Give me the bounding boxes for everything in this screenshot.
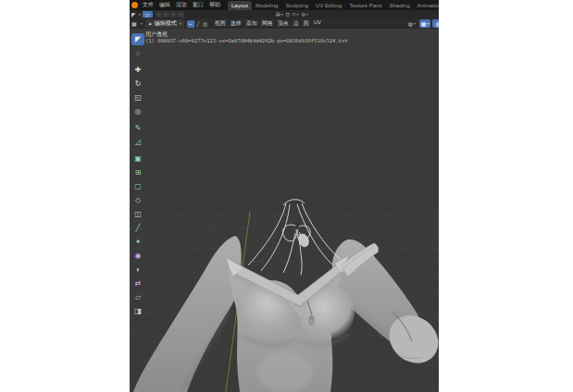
topbar: 文件编辑渲染窗口帮助 LayoutModelingSculptingUV Edi… [130,0,439,10]
tool-knife-button[interactable]: ╱ [131,222,144,234]
viewport-menu-视图[interactable]: 视图 [215,19,226,28]
blender-window: 文件编辑渲染窗口帮助 LayoutModelingSculptingUV Edi… [130,0,439,392]
viewport-header-menus: 视图选择添加网格顶点边面UV [215,19,321,28]
workspace-tab-animation[interactable]: Animation [413,1,439,10]
snap-target-dropdown[interactable]: ◇▾ [293,12,299,17]
mode-label: 编辑模式 [155,19,177,28]
new-selection-icon[interactable]: ▫ [156,11,162,18]
tool-spin-button[interactable]: ◉ [131,250,144,262]
tool-settings-bar: ◤ ▾ ◻ ▫▫▫▫ ▤▾ Ω ◇▾ ◎▾ [130,10,439,18]
overlays-toggle[interactable]: ▦▾ [419,19,430,28]
extend-selection-icon[interactable]: ▫ [163,11,169,18]
topbar-menu-文件[interactable]: 文件 [140,1,156,9]
select-box-tool-button[interactable]: ◻ [143,11,153,18]
tool-loop-cut-button[interactable]: ◫ [131,208,144,220]
tool-settings-right: ▤▾ Ω ◇▾ ◎▾ [276,12,308,17]
tool-inset-faces-button[interactable]: ▢ [131,180,144,192]
tool-select-box-button[interactable]: ◤ [131,33,144,45]
viewport-menu-边[interactable]: 边 [293,19,299,28]
select-mode-buttons: ▪╱▨ [187,20,209,28]
active-tool-icon[interactable]: ◤ [131,12,136,18]
transform-orientation-dropdown[interactable]: ▤▾ [276,12,283,17]
tool-shear-button[interactable]: ▱ [131,291,144,303]
screenshot-stage: 文件编辑渲染窗口帮助 LayoutModelingSculptingUV Edi… [0,0,573,392]
workspace-tab-sculpting[interactable]: Sculpting [281,1,312,10]
tool-scale-button[interactable]: ◱ [131,92,144,104]
face-select-button[interactable]: ▨ [202,20,209,28]
topbar-menu-窗口[interactable]: 窗口 [190,1,206,9]
viewport-menu-UV[interactable]: UV [314,19,321,28]
viewport-menu-选择[interactable]: 选择 [230,19,242,28]
viewport-3d[interactable]: ◤◌✚↻◱◎✎◿▣⊞▢◇◫╱✦◉◖⇄▱◨ 用户透视 (1) 000037-v60… [130,29,439,392]
tool-transform-button[interactable]: ◎ [131,105,144,117]
subtract-selection-icon[interactable]: ▫ [170,11,177,18]
tool-rip-region-button[interactable]: ◨ [131,305,144,317]
tool-move-button[interactable]: ✚ [131,64,144,76]
proportional-editing-icon[interactable]: ◎▾ [301,12,307,17]
viewport-menu-添加[interactable]: 添加 [246,19,257,28]
workspace-tab-layout[interactable]: Layout [228,1,252,10]
edit-mode-icon: ▲ [148,21,153,26]
viewport-menu-顶点[interactable]: 顶点 [278,19,289,28]
workspace-tab-modeling[interactable]: Modeling [252,1,281,10]
workspace-tab-uv-editing[interactable]: UV Editing [312,1,345,10]
chevron-down-icon: ▾ [139,12,141,17]
edge-select-button[interactable]: ╱ [194,20,202,28]
vertex-select-button[interactable]: ▪ [187,20,194,28]
tool-shelf: ◤◌✚↻◱◎✎◿▣⊞▢◇◫╱✦◉◖⇄▱◨ [131,33,145,317]
model-zipper-pull [309,316,314,325]
workspace-tab-texture-paint[interactable]: Texture Paint [345,1,385,10]
tool-bevel-button[interactable]: ◇ [131,194,144,206]
invert-selection-icon[interactable]: ▫ [178,11,184,18]
topbar-menu-编辑[interactable]: 编辑 [156,1,173,9]
viewport-menu-面[interactable]: 面 [304,19,309,28]
tool-edge-slide-button[interactable]: ⇄ [131,277,144,289]
snap-magnet-icon[interactable]: Ω [286,12,290,17]
workspace-tab-shading[interactable]: Shading [385,1,413,10]
shading-sphere-dropdown[interactable]: ◍▾ [406,19,417,28]
tool-add-cube-button[interactable]: ▣ [131,153,144,165]
tool-cursor-button[interactable]: ◌ [131,47,144,59]
tool-rotate-button[interactable]: ↻ [131,78,144,90]
object-info-line: (1) 000037-v60=0277e123-vs=8a97004b9d426… [145,38,348,43]
tool-extrude-region-button[interactable]: ⊞ [131,166,144,178]
viewport-menu-网格[interactable]: 网格 [262,19,273,28]
mode-dropdown[interactable]: ▲ 编辑模式 ▾ [145,19,184,28]
editor-3d-viewport-icon[interactable]: ▦ [131,21,137,27]
topbar-menu-帮助[interactable]: 帮助 [206,1,223,9]
blender-logo-icon[interactable] [131,2,138,8]
tool-poly-build-button[interactable]: ✦ [131,236,144,248]
topbar-menus: 文件编辑渲染窗口帮助 [140,1,223,9]
chevron-down-icon: ▾ [180,21,181,26]
xray-toggle[interactable]: ◍ [432,19,439,28]
workspace-tabs: LayoutModelingSculptingUV EditingTexture… [228,0,439,10]
topbar-menu-渲染[interactable]: 渲染 [173,1,190,9]
tool-annotate-button[interactable]: ✎ [131,122,144,134]
tool-measure-button[interactable]: ◿ [131,136,144,148]
viewport-header-right: ◍▾ ▦▾ ◍ [406,19,439,28]
scene-canvas [130,29,439,392]
selection-mode-group: ▫▫▫▫ [155,11,184,18]
chevron-down-icon: ▾ [141,21,143,26]
tool-smooth-button[interactable]: ◖ [131,263,144,276]
